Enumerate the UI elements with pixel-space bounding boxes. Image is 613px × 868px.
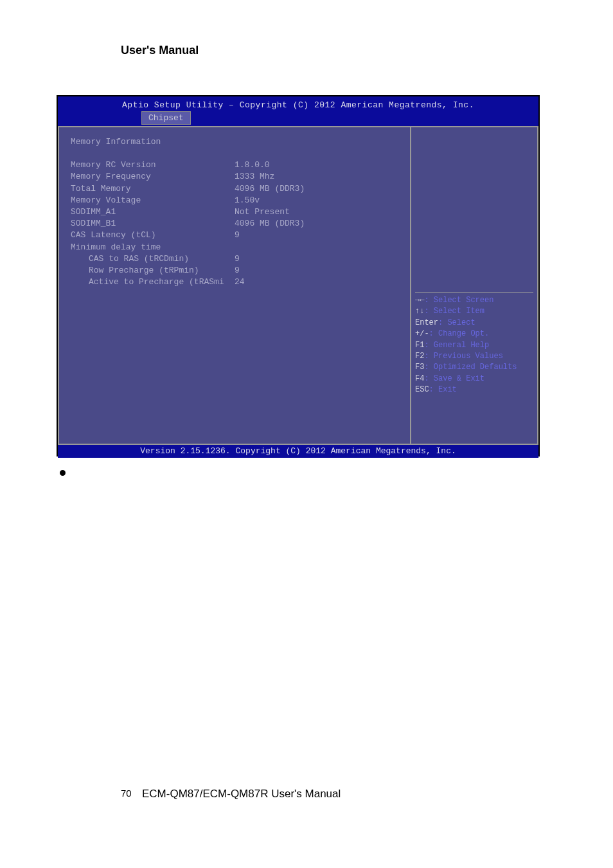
info-row: CAS to RAS (tRCDmin)9: [71, 253, 398, 265]
help-key: ↑↓: [415, 307, 424, 316]
info-value: 1.8.0.0: [235, 159, 398, 171]
info-row: Memory Voltage1.50v: [71, 195, 398, 206]
help-key: F1: [415, 341, 424, 350]
info-label: SODIMM_A1: [71, 206, 235, 218]
info-value: 24: [235, 276, 398, 288]
help-line: ESC: Exit: [415, 384, 533, 395]
bios-footer-bar: Version 2.15.1236. Copyright (C) 2012 Am…: [58, 445, 538, 458]
help-key: F2: [415, 352, 424, 361]
info-value: 4096 MB (DDR3): [235, 183, 398, 195]
info-value: 9: [235, 253, 398, 265]
bios-title: Aptio Setup Utility – Copyright (C) 2012…: [58, 100, 538, 110]
info-label: Row Precharge (tRPmin): [71, 265, 235, 276]
help-text: : Previous Values: [424, 352, 502, 361]
info-value: Not Present: [235, 206, 398, 218]
bios-main-panel: Memory Information Memory RC Version1.8.…: [58, 126, 410, 445]
info-label: Minimum delay time: [71, 242, 235, 253]
help-key: F3: [415, 363, 424, 372]
help-text: : General Help: [424, 341, 489, 350]
help-text: : Optimized Defaults: [424, 363, 517, 372]
help-text: : Select: [438, 318, 475, 327]
info-row: Row Precharge (tRPmin)9: [71, 265, 398, 276]
help-text: : Exit: [429, 385, 457, 394]
info-row: Active to Precharge (tRASmi24: [71, 276, 398, 288]
bios-body: Memory Information Memory RC Version1.8.…: [58, 126, 538, 445]
info-label: Active to Precharge (tRASmi: [71, 276, 235, 288]
help-line: +/-: Change Opt.: [415, 329, 533, 339]
page-footer-text: ECM-QM87/ECM-QM87R User's Manual: [142, 788, 341, 800]
section-title: Memory Information: [71, 136, 398, 148]
help-key: →←: [415, 296, 424, 305]
page-number: 70: [121, 788, 132, 799]
help-text: : Save & Exit: [424, 374, 484, 383]
info-value: 1333 Mhz: [235, 171, 398, 183]
info-row: Memory RC Version1.8.0.0: [71, 159, 398, 171]
help-key: +/-: [415, 329, 429, 338]
bullet-marker: [60, 470, 66, 476]
help-key: Enter: [415, 318, 438, 327]
info-value: 4096 MB (DDR3): [235, 218, 398, 230]
info-value: 9: [235, 230, 398, 241]
info-row: CAS Latency (tCL)9: [71, 230, 398, 241]
help-text: : Select Screen: [424, 296, 493, 305]
help-line: ↑↓: Select Item: [415, 306, 533, 317]
help-line: →←: Select Screen: [415, 295, 533, 306]
info-value: 1.50v: [235, 195, 398, 206]
help-key: ESC: [415, 385, 429, 394]
info-label: Memory RC Version: [71, 159, 235, 171]
info-row: Memory Frequency1333 Mhz: [71, 171, 398, 183]
help-text: : Change Opt.: [429, 329, 490, 338]
help-line: F4: Save & Exit: [415, 374, 533, 384]
info-row: Minimum delay time: [71, 242, 398, 253]
tab-chipset[interactable]: Chipset: [141, 111, 191, 125]
help-line: Enter: Select: [415, 318, 533, 329]
help-line: F2: Previous Values: [415, 351, 533, 362]
help-key: F4: [415, 374, 424, 383]
page-header: User's Manual: [121, 44, 199, 57]
info-label: CAS Latency (tCL): [71, 230, 235, 241]
info-row: SODIMM_B14096 MB (DDR3): [71, 218, 398, 230]
help-key-list: →←: Select Screen↑↓: Select ItemEnter: S…: [415, 292, 533, 396]
info-label: Memory Frequency: [71, 171, 235, 183]
info-value: 9: [235, 265, 398, 276]
info-row: Total Memory4096 MB (DDR3): [71, 183, 398, 195]
info-row: SODIMM_A1Not Present: [71, 206, 398, 218]
bios-header-bar: Aptio Setup Utility – Copyright (C) 2012…: [58, 96, 538, 126]
help-line: F1: General Help: [415, 340, 533, 351]
info-label: SODIMM_B1: [71, 218, 235, 230]
info-label: Total Memory: [71, 183, 235, 195]
info-label: Memory Voltage: [71, 195, 235, 206]
bios-screenshot: Aptio Setup Utility – Copyright (C) 2012…: [57, 95, 540, 457]
help-text: : Select Item: [424, 307, 484, 316]
help-line: F3: Optimized Defaults: [415, 362, 533, 373]
info-label: CAS to RAS (tRCDmin): [71, 253, 235, 265]
info-value: [235, 242, 398, 253]
bios-help-panel: →←: Select Screen↑↓: Select ItemEnter: S…: [410, 126, 538, 445]
bios-tab-row: Chipset: [58, 111, 538, 125]
